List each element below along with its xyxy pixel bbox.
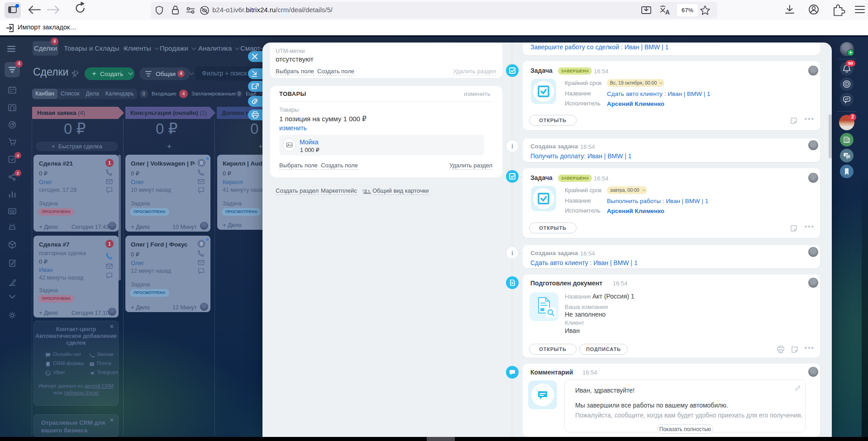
svg-text:A: A — [665, 9, 670, 16]
